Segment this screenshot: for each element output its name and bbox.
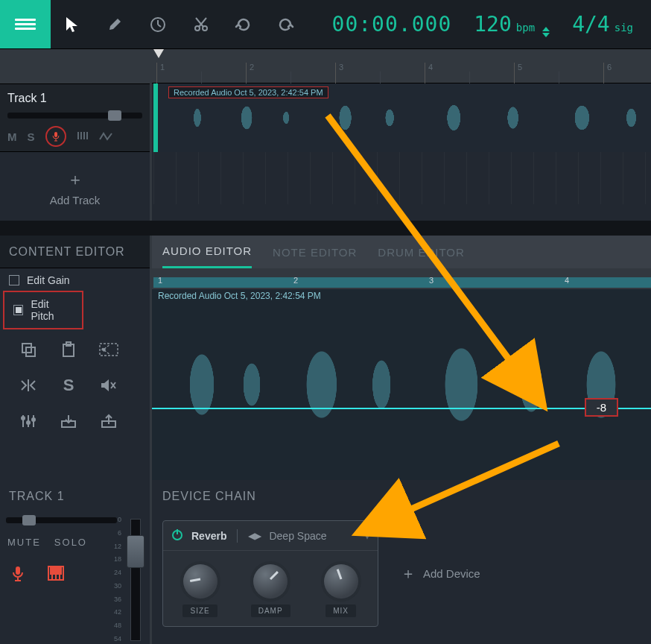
time-readout[interactable]: 00:00.000 [332, 12, 452, 37]
mixer-arm-button[interactable] [10, 566, 25, 585]
empty-track-lane[interactable] [153, 152, 651, 204]
knob-label: DAMP [251, 604, 290, 617]
track-volume-slider[interactable] [7, 113, 142, 119]
knob-label: SIZE [182, 604, 217, 617]
mixer-icon[interactable] [13, 410, 43, 432]
edit-pitch-option[interactable]: Edit Pitch [4, 292, 82, 328]
add-track-button[interactable]: ＋ Add Track [0, 152, 150, 214]
waveform-editor[interactable]: Recorded Audio Oct 5, 2023, 2:42:54 PM -… [152, 289, 651, 480]
timesig-readout[interactable]: 4/4sig [572, 12, 633, 37]
tab-audio-editor[interactable]: AUDIO EDITOR [162, 236, 252, 268]
checkbox-icon [9, 275, 19, 285]
add-device-button[interactable]: ＋ Add Device [401, 564, 480, 584]
mixer-track-title: TRACK 1 [0, 480, 150, 513]
mixer-mute-button[interactable]: MUTE [7, 537, 41, 548]
ruler-tick: 4 [425, 63, 433, 83]
tab-drum-editor[interactable]: DRUM EDITOR [378, 236, 465, 268]
ruler-tick: 4 [565, 276, 569, 285]
playhead-marker[interactable] [153, 49, 164, 58]
bpm-spinner-icon[interactable] [542, 27, 550, 37]
pitch-value[interactable]: -8 [585, 398, 618, 417]
fader-scale: 061218243036424854 [114, 516, 121, 644]
timeline-ruler[interactable]: 1 2 3 4 5 6 [152, 49, 651, 83]
mixer-piano-button[interactable] [48, 566, 64, 585]
chevron-down-icon[interactable]: ▾ [364, 528, 370, 543]
import-icon[interactable] [54, 410, 83, 432]
device-reverb[interactable]: Reverb ◀▶ Deep Space ▾ SIZE DAMP MIX [162, 520, 378, 627]
pointer-tool[interactable] [58, 11, 85, 38]
knob-damp[interactable] [253, 564, 288, 599]
clip-label: Recorded Audio Oct 5, 2023, 2:42:54 PM [158, 291, 321, 301]
track-arm-button[interactable] [45, 126, 66, 147]
ruler-tick: 5 [514, 63, 522, 83]
bpm-readout[interactable]: 120bpm [474, 12, 550, 37]
copy-icon[interactable] [13, 338, 43, 361]
ruler-tick: 6 [603, 63, 612, 83]
undo-button[interactable] [229, 11, 256, 38]
piano-icon [48, 566, 64, 581]
track-name[interactable]: Track 1 [7, 92, 142, 105]
knob-size[interactable] [183, 564, 217, 599]
mixer-solo-button[interactable]: SOLO [54, 537, 87, 548]
main-menu-button[interactable] [0, 0, 51, 48]
ruler-tick: 1 [158, 276, 162, 285]
preset-prev-next-icon[interactable]: ◀▶ [248, 531, 261, 541]
svg-rect-19 [58, 566, 61, 574]
clip-label: Recorded Audio Oct 5, 2023, 2:42:54 PM [168, 86, 328, 98]
svg-point-10 [22, 417, 25, 420]
microphone-icon [10, 566, 25, 582]
pitch-line[interactable] [152, 408, 651, 409]
ruler-tick: 2 [293, 276, 298, 285]
preset-name[interactable]: Deep Space [269, 530, 326, 542]
pan-slider[interactable] [6, 517, 117, 523]
solo-letter-icon[interactable]: S [54, 374, 83, 397]
track-eq-button[interactable] [77, 130, 89, 143]
trim-icon[interactable] [13, 374, 43, 397]
editor-ruler[interactable]: 1 2 3 4 [152, 268, 651, 289]
device-name-label: Reverb [191, 530, 226, 542]
edit-gain-option[interactable]: Edit Gain [0, 268, 150, 292]
svg-rect-3 [54, 132, 57, 137]
ruler-tick: 2 [246, 63, 254, 83]
device-chain-header: DEVICE CHAIN [152, 480, 651, 513]
pencil-tool[interactable] [101, 11, 128, 38]
track-header-block[interactable]: Track 1 M S [0, 83, 150, 152]
redo-button[interactable] [273, 11, 299, 38]
svg-point-12 [32, 418, 35, 421]
plus-icon: ＋ [67, 170, 83, 189]
automation-icon [99, 132, 112, 141]
track-mute-button[interactable]: M [7, 130, 17, 143]
export-icon[interactable] [94, 410, 124, 432]
paste-icon[interactable] [54, 338, 83, 361]
content-editor-header: CONTENT EDITOR [0, 236, 150, 268]
plus-icon: ＋ [401, 564, 416, 584]
microphone-icon [51, 131, 61, 142]
cut-region-icon[interactable] [94, 338, 124, 361]
knob-mix[interactable] [324, 564, 358, 599]
eq-bars-icon [77, 130, 89, 141]
ruler-tick: 3 [429, 276, 434, 285]
tab-note-editor[interactable]: NOTE EDITOR [273, 236, 357, 268]
svg-rect-18 [54, 566, 57, 574]
mute-speaker-icon[interactable] [94, 374, 124, 397]
metronome-tool[interactable] [145, 11, 171, 38]
svg-rect-15 [16, 566, 20, 575]
audio-clip[interactable]: Recorded Audio Oct 5, 2023, 2:42:54 PM [153, 83, 651, 152]
checkbox-icon [13, 305, 23, 315]
knob-label: MIX [326, 604, 356, 617]
device-power-button[interactable] [171, 528, 184, 544]
svg-rect-17 [51, 566, 54, 574]
ruler-tick: 3 [335, 63, 343, 83]
ruler-tick: 1 [156, 63, 165, 83]
power-icon [171, 528, 184, 541]
track-solo-button[interactable]: S [28, 130, 35, 143]
cut-tool[interactable] [188, 11, 215, 38]
svg-point-11 [27, 421, 30, 424]
track-automation-button[interactable] [99, 130, 112, 143]
fader-handle[interactable] [127, 535, 145, 568]
